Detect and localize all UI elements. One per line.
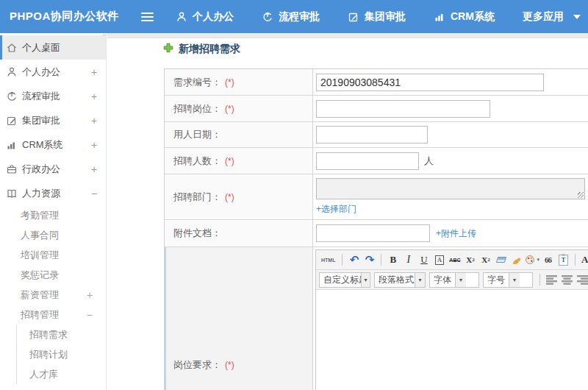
sidebar-item-admin-office[interactable]: 行政办公 + — [0, 157, 106, 181]
employment-date-input[interactable] — [316, 126, 428, 143]
rich-text-editor: HTML ↶ ↷ B I U A ABC X2 X2 ▾ — [315, 249, 588, 390]
sidebar-item-attendance[interactable]: 考勤管理 — [0, 205, 106, 225]
italic-button[interactable]: I — [401, 252, 415, 267]
add-plus-icon — [163, 43, 173, 56]
home-icon — [6, 42, 18, 54]
field-recruit-department: 招聘部门：(*) +选择部门 — [165, 174, 588, 220]
field-label: 招聘岗位： — [173, 102, 221, 116]
paragraph-format-select[interactable]: 段落格式▾ — [374, 272, 426, 288]
required-marker: (*) — [225, 156, 234, 166]
process-arrow-icon — [262, 11, 273, 23]
unit-suffix: 人 — [424, 155, 434, 168]
align-center-icon[interactable] — [560, 272, 574, 287]
select-department-link[interactable]: +选择部门 — [316, 203, 356, 216]
required-marker: (*) — [225, 77, 234, 88]
strikethrough-button[interactable]: ABC — [448, 252, 462, 267]
superscript-button[interactable]: X2 — [463, 252, 477, 267]
open-book-icon — [6, 188, 18, 199]
format-brush-icon[interactable] — [509, 252, 523, 267]
font-size-select[interactable]: 字号▾ — [483, 272, 533, 288]
topbar: PHPOA协同办公软件 个人办公 流程审批 集团审批 CRM系统 更多应用 — [0, 0, 588, 33]
field-label: 招聘人数： — [173, 155, 221, 168]
recruit-count-input[interactable] — [316, 152, 419, 170]
chevron-down-icon: ▾ — [455, 273, 466, 287]
chevron-down-icon: ▾ — [415, 273, 425, 287]
sidebar-item-recruit-plan[interactable]: 招聘计划 — [17, 344, 106, 364]
expand-icon[interactable]: + — [91, 66, 106, 78]
chevron-down-icon: ▾ — [509, 273, 520, 287]
field-demand-number: 需求编号：(*) — [165, 69, 588, 96]
sidebar-item-process-approval[interactable]: 流程审批 + — [0, 84, 106, 108]
sidebar-item-hr-contract[interactable]: 人事合同 — [0, 225, 106, 245]
expand-icon[interactable]: + — [91, 163, 106, 175]
hamburger-menu-icon[interactable] — [141, 13, 154, 21]
nav-more-apps[interactable]: 更多应用 — [523, 10, 581, 24]
topbar-nav: 个人办公 流程审批 集团审批 CRM系统 更多应用 — [176, 10, 581, 24]
eraser-icon[interactable] — [494, 252, 508, 267]
sidebar-item-group-approval[interactable]: 集团审批 + — [0, 108, 106, 132]
required-marker: (*) — [225, 104, 234, 114]
nav-process-approval[interactable]: 流程审批 — [262, 10, 320, 24]
field-label: 岗位要求： — [173, 358, 221, 372]
recruitment-request-form: 需求编号：(*) 招聘岗位：(*) 用人日期： 招聘人数：(*) 人 招聘部门：… — [164, 68, 588, 390]
attachment-input[interactable] — [316, 224, 430, 242]
bold-button[interactable]: B — [386, 252, 400, 267]
color-palette-icon[interactable]: ▾ — [525, 252, 539, 267]
edit-square-icon — [6, 115, 18, 127]
required-marker: (*) — [225, 192, 234, 202]
recruit-submenu: 招聘需求 招聘计划 人才库 — [16, 325, 106, 384]
recruit-position-input[interactable] — [316, 100, 490, 118]
font-family-select[interactable]: 字体▾ — [429, 272, 479, 288]
html-source-button[interactable]: HTML — [319, 252, 337, 267]
field-label: 招聘部门： — [173, 191, 221, 204]
chevron-down-icon: ▾ — [361, 273, 370, 287]
expand-icon[interactable]: + — [87, 289, 106, 301]
expand-icon[interactable]: + — [91, 115, 106, 127]
sidebar-item-personal-office[interactable]: 个人办公 + — [0, 60, 106, 84]
underline-button[interactable]: U — [417, 252, 431, 267]
demand-number-input[interactable] — [316, 74, 544, 91]
paste-icon[interactable]: T — [556, 252, 570, 267]
sidebar-item-talent-pool[interactable]: 人才库 — [17, 364, 106, 384]
person-icon — [176, 11, 187, 23]
field-label: 需求编号： — [173, 76, 221, 89]
editor-toolbar-row1: HTML ↶ ↷ B I U A ABC X2 X2 ▾ — [316, 250, 588, 270]
collapse-icon[interactable]: − — [87, 309, 106, 321]
nav-personal-office[interactable]: 个人办公 — [176, 10, 234, 24]
font-color-button[interactable]: A▾ — [580, 252, 588, 267]
sidebar-item-reward-punishment[interactable]: 奖惩记录 — [0, 265, 106, 285]
process-arrow-icon — [6, 91, 18, 102]
sidebar-item-salary[interactable]: 薪资管理 + — [0, 285, 106, 305]
editor-toolbar-row2: 自定义标题▾ 段落格式▾ 字体▾ 字号▾ — [316, 270, 588, 290]
nav-group-approval[interactable]: 集团审批 — [348, 10, 406, 24]
boxed-char-button[interactable]: A — [432, 252, 446, 267]
department-textarea[interactable] — [316, 178, 585, 199]
align-left-icon[interactable] — [545, 272, 559, 287]
sidebar-item-recruit-management[interactable]: 招聘管理 − — [0, 305, 106, 325]
subscript-button[interactable]: X2 — [478, 252, 492, 267]
nav-crm-system[interactable]: CRM系统 — [434, 10, 495, 24]
sidebar-item-human-resources[interactable]: 人力资源 − — [0, 181, 106, 205]
blockquote-icon[interactable]: 66 — [541, 252, 555, 267]
heading-select[interactable]: 自定义标题▾ — [319, 272, 370, 288]
sidebar-item-recruit-demand[interactable]: 招聘需求 — [17, 325, 106, 344]
app-brand: PHPOA协同办公软件 — [0, 10, 141, 24]
field-employment-date: 用人日期： — [165, 122, 588, 148]
undo-icon[interactable]: ↶ — [347, 252, 361, 267]
bar-chart-icon — [434, 11, 445, 23]
sidebar-item-training[interactable]: 培训管理 — [0, 245, 106, 265]
editor-content-area[interactable] — [316, 290, 588, 390]
redo-icon[interactable]: ↷ — [362, 252, 376, 267]
field-position-requirements: 岗位要求：(*) HTML ↶ ↷ B I U A ABC X2 — [165, 247, 588, 390]
align-right-icon[interactable] — [576, 272, 588, 287]
expand-icon[interactable]: + — [91, 139, 106, 151]
sidebar-item-personal-desktop[interactable]: 个人桌面 — [0, 35, 106, 60]
page-title: 新增招聘需求 — [163, 43, 240, 56]
content-top-strip — [107, 33, 588, 38]
collapse-icon[interactable]: − — [91, 188, 106, 199]
edit-square-icon — [348, 11, 359, 23]
attachment-upload-link[interactable]: +附件上传 — [436, 227, 476, 240]
expand-icon[interactable]: + — [91, 91, 106, 102]
sidebar-item-crm-system[interactable]: CRM系统 + — [0, 132, 106, 157]
briefcase-icon — [6, 163, 18, 175]
